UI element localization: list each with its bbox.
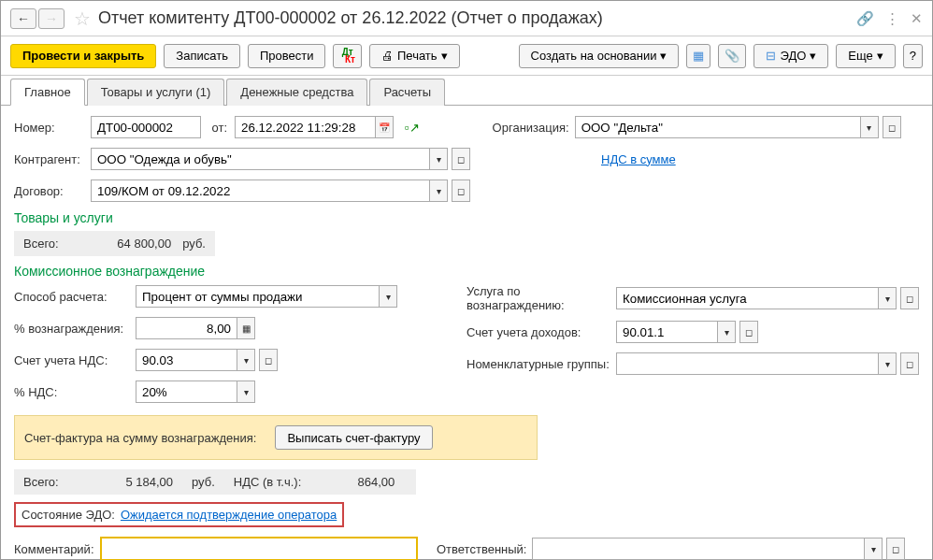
method-dropdown[interactable]: ▾ bbox=[379, 285, 397, 308]
vat-link[interactable]: НДС в сумме bbox=[601, 152, 676, 166]
save-button[interactable]: Записать bbox=[164, 44, 240, 68]
nav-back-button[interactable]: ← bbox=[10, 8, 36, 29]
edo-status-box: Состояние ЭДО: Ожидается подтверждение о… bbox=[14, 502, 344, 527]
income-acc-label: Счет учета доходов: bbox=[466, 325, 616, 339]
favorite-star-icon[interactable]: ☆ bbox=[74, 7, 91, 30]
responsible-dropdown[interactable]: ▾ bbox=[864, 538, 883, 560]
counterparty-input[interactable] bbox=[91, 148, 429, 170]
responsible-open[interactable]: ◻ bbox=[886, 538, 905, 560]
doc-status-icon[interactable]: ▫↗ bbox=[405, 121, 420, 135]
vat-pct-dropdown[interactable]: ▾ bbox=[237, 381, 255, 403]
dtkt-icon: Дт Кт bbox=[339, 49, 355, 64]
edo-status-label: Состояние ЭДО: bbox=[22, 508, 115, 522]
tab-goods[interactable]: Товары и услуги (1) bbox=[87, 79, 225, 106]
invoice-note: Счет-фактура на сумму вознаграждения: bbox=[24, 431, 256, 445]
print-button[interactable]: 🖨 Печать ▾ bbox=[369, 44, 460, 68]
issue-invoice-button[interactable]: Выписать счет-фактуру bbox=[275, 425, 432, 450]
comm-total: 5 184,00 bbox=[98, 475, 173, 489]
calendar-icon: 📅 bbox=[379, 122, 390, 133]
edo-button[interactable]: ⊟ ЭДО ▾ bbox=[754, 44, 828, 68]
contract-dropdown[interactable]: ▾ bbox=[429, 179, 448, 202]
dtkt-button[interactable]: Дт Кт bbox=[333, 44, 362, 68]
org-dropdown[interactable]: ▾ bbox=[860, 116, 879, 138]
vat-acc-open[interactable]: ◻ bbox=[259, 349, 278, 371]
counterparty-dropdown[interactable]: ▾ bbox=[429, 148, 448, 170]
contract-input[interactable] bbox=[91, 179, 429, 202]
more-vert-icon[interactable]: ⋮ bbox=[885, 10, 899, 27]
close-icon[interactable]: ✕ bbox=[911, 10, 923, 27]
attach-button[interactable]: 📎 bbox=[718, 44, 746, 68]
window-title: Отчет комитенту ДТ00-000002 от 26.12.202… bbox=[98, 8, 856, 28]
tab-calc[interactable]: Расчеты bbox=[369, 79, 445, 106]
submit-button[interactable]: Провести bbox=[248, 44, 326, 68]
calculator-icon: ▦ bbox=[242, 323, 251, 334]
org-input[interactable] bbox=[575, 116, 860, 138]
structure-button[interactable]: ▦ bbox=[686, 44, 711, 68]
calendar-button[interactable]: 📅 bbox=[375, 116, 394, 138]
percent-calc[interactable]: ▦ bbox=[237, 317, 255, 339]
counterparty-label: Контрагент: bbox=[14, 152, 91, 166]
commission-total-box: Всего: 5 184,00 руб. НДС (в т.ч.): 864,0… bbox=[14, 469, 416, 495]
service-dropdown[interactable]: ▾ bbox=[878, 287, 897, 309]
invoice-box: Счет-фактура на сумму вознаграждения: Вы… bbox=[14, 415, 538, 460]
counterparty-open[interactable]: ◻ bbox=[452, 148, 470, 170]
titlebar: ← → ☆ Отчет комитенту ДТ00-000002 от 26.… bbox=[1, 1, 932, 36]
percent-input[interactable] bbox=[136, 317, 237, 339]
income-acc-input[interactable] bbox=[616, 321, 717, 343]
income-acc-dropdown[interactable]: ▾ bbox=[717, 321, 736, 343]
chevron-down-icon: ▾ bbox=[441, 49, 448, 63]
date-label: от: bbox=[201, 121, 235, 135]
toolbar: Провести и закрыть Записать Провести Дт … bbox=[1, 36, 932, 76]
nom-dropdown[interactable]: ▾ bbox=[878, 352, 897, 375]
nom-input[interactable] bbox=[616, 352, 878, 375]
commission-section-title: Комиссионное вознаграждение bbox=[14, 264, 919, 279]
edo-icon: ⊟ bbox=[766, 49, 776, 63]
vat-acc-input[interactable] bbox=[136, 349, 237, 371]
printer-icon: 🖨 bbox=[381, 49, 394, 63]
nom-open[interactable]: ◻ bbox=[900, 352, 919, 375]
chevron-down-icon: ▾ bbox=[877, 49, 883, 63]
method-input[interactable] bbox=[136, 285, 379, 308]
responsible-input[interactable] bbox=[532, 538, 864, 560]
help-button[interactable]: ? bbox=[903, 44, 923, 68]
structure-icon: ▦ bbox=[693, 49, 704, 63]
vat-pct-input[interactable] bbox=[136, 381, 237, 403]
submit-close-button[interactable]: Провести и закрыть bbox=[10, 44, 156, 68]
responsible-label: Ответственный: bbox=[437, 542, 526, 556]
vat-pct-label: % НДС: bbox=[14, 385, 136, 399]
more-button[interactable]: Еще ▾ bbox=[836, 44, 895, 68]
goods-total-label: Всего: bbox=[23, 237, 97, 251]
chevron-down-icon: ▾ bbox=[810, 49, 816, 63]
edo-status-link[interactable]: Ожидается подтверждение оператора bbox=[121, 508, 337, 522]
goods-section-title: Товары и услуги bbox=[14, 210, 919, 225]
tab-main[interactable]: Главное bbox=[10, 79, 85, 106]
paperclip-icon: 📎 bbox=[725, 49, 739, 63]
tabs: Главное Товары и услуги (1) Денежные сре… bbox=[1, 78, 932, 106]
date-input[interactable] bbox=[235, 116, 375, 138]
income-acc-open[interactable]: ◻ bbox=[739, 321, 758, 343]
org-label: Организация: bbox=[493, 121, 569, 135]
comment-label: Комментарий: bbox=[14, 542, 100, 556]
number-input[interactable] bbox=[91, 116, 201, 138]
tab-money[interactable]: Денежные средства bbox=[226, 79, 367, 106]
vat-incl-label: НДС (в т.ч.): bbox=[234, 475, 302, 489]
create-based-button[interactable]: Создать на основании ▾ bbox=[519, 44, 680, 68]
chevron-down-icon: ▾ bbox=[660, 49, 667, 63]
service-label: Услуга по вознаграждению: bbox=[466, 284, 616, 312]
link-icon[interactable]: 🔗 bbox=[856, 10, 874, 27]
percent-label: % вознаграждения: bbox=[14, 322, 136, 336]
vat-acc-dropdown[interactable]: ▾ bbox=[237, 349, 255, 371]
nav-forward-button[interactable]: → bbox=[38, 8, 65, 29]
comm-currency: руб. bbox=[192, 475, 215, 489]
service-open[interactable]: ◻ bbox=[900, 287, 919, 309]
comment-input[interactable] bbox=[100, 537, 418, 560]
contract-open[interactable]: ◻ bbox=[452, 179, 470, 202]
goods-total-box: Всего: 64 800,00 руб. bbox=[14, 231, 215, 256]
service-input[interactable] bbox=[616, 287, 878, 309]
org-open[interactable]: ◻ bbox=[883, 116, 901, 138]
goods-total: 64 800,00 bbox=[97, 237, 171, 251]
goods-currency: руб. bbox=[182, 237, 206, 251]
vat-acc-label: Счет учета НДС: bbox=[14, 353, 136, 367]
number-label: Номер: bbox=[14, 121, 91, 135]
contract-label: Договор: bbox=[14, 184, 91, 198]
